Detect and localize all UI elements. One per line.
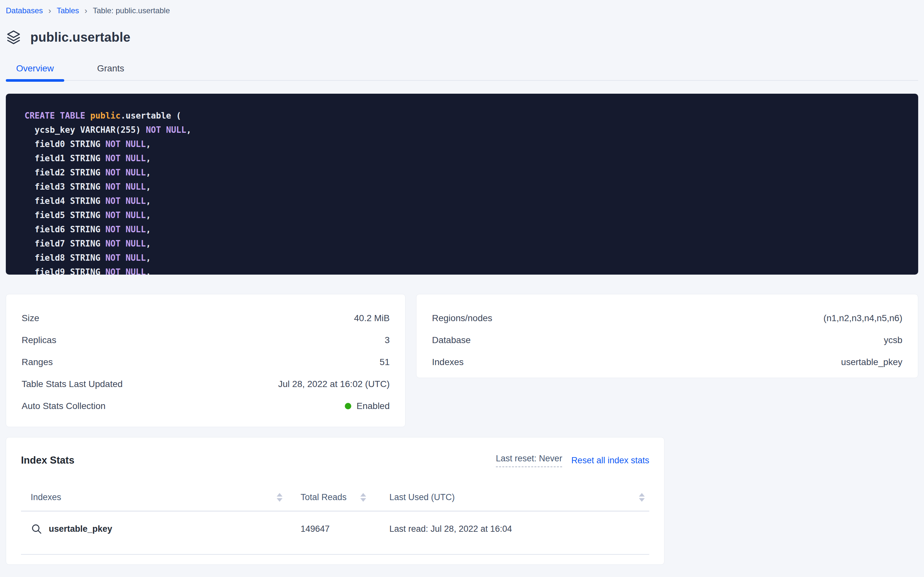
sort-down-icon [639, 498, 645, 502]
sql-token: , [146, 168, 151, 177]
stat-value: (n1,n2,n3,n4,n5,n6) [824, 313, 902, 323]
index-name-cell[interactable]: usertable_pkey [31, 523, 301, 535]
stat-row: Replicas3 [22, 329, 390, 351]
sql-token: NOT NULL [105, 210, 146, 220]
stat-label: Table Stats Last Updated [22, 379, 123, 389]
stat-row: Indexesusertable_pkey [432, 351, 902, 373]
page-title: public.usertable [31, 30, 130, 45]
sql-token: NOT NULL [105, 153, 146, 163]
stat-value: ycsb [884, 335, 902, 345]
sql-token: ycsb_key VARCHAR(255) [24, 125, 146, 135]
overview-stats-rows: Size40.2 MiBReplicas3Ranges51Table Stats… [22, 307, 390, 417]
column-header-indexes[interactable]: Indexes [31, 492, 301, 502]
sort-down-icon [277, 498, 283, 502]
sql-token: , [146, 239, 151, 248]
sql-token: NOT NULL [105, 224, 146, 234]
sql-token: field0 STRING [24, 139, 105, 149]
index-stats-table-body: usertable_pkey149647Last read: Jul 28, 2… [21, 511, 649, 555]
sql-token: field7 STRING [24, 239, 105, 248]
magnifier-icon [31, 523, 42, 535]
sql-token: , [146, 253, 151, 263]
stat-value: 51 [380, 357, 390, 367]
last-reset-label[interactable]: Last reset: Never [496, 454, 562, 467]
sql-token: CREATE TABLE [24, 111, 90, 121]
breadcrumb-separator-icon: › [48, 6, 51, 16]
sql-token: , [146, 153, 151, 163]
sql-token: , [146, 182, 151, 192]
stat-label: Ranges [22, 357, 53, 367]
sort-up-icon [277, 493, 283, 496]
total-reads-value: 149647 [301, 524, 389, 534]
create-statement-sql: CREATE TABLE public.usertable ( ycsb_key… [24, 108, 912, 275]
breadcrumb-current: Table: public.usertable [93, 6, 170, 16]
summary-cards: Size40.2 MiBReplicas3Ranges51Table Stats… [6, 294, 918, 427]
stat-value-text: 40.2 MiB [354, 313, 390, 323]
tab-grants[interactable]: Grants [87, 64, 135, 80]
stat-row: Regions/nodes(n1,n2,n3,n4,n5,n6) [432, 307, 902, 329]
sort-down-icon [360, 498, 366, 502]
sql-token: NOT NULL [105, 239, 146, 248]
index-stats-table-header: IndexesTotal ReadsLast Used (UTC) [21, 482, 649, 511]
stat-value: 3 [384, 335, 390, 345]
column-header-total-reads[interactable]: Total Reads [301, 492, 389, 502]
stat-label: Auto Stats Collection [22, 401, 106, 411]
column-header-label: Total Reads [301, 492, 347, 502]
column-header-label: Indexes [31, 492, 61, 502]
stat-value-text: usertable_pkey [841, 357, 902, 367]
stat-row: Ranges51 [22, 351, 390, 373]
stat-label: Size [22, 313, 39, 323]
overview-stats-card: Size40.2 MiBReplicas3Ranges51Table Stats… [6, 294, 405, 427]
sql-token: , [146, 196, 151, 206]
sql-token: , [146, 210, 151, 220]
index-stats-title: Index Stats [21, 455, 74, 466]
sql-token: .usertable ( [121, 111, 181, 121]
tab-overview[interactable]: Overview [6, 64, 64, 80]
sort-arrows-icon[interactable] [639, 493, 645, 502]
column-header-last-used-utc-[interactable]: Last Used (UTC) [389, 492, 649, 502]
index-stats-controls: Last reset: Never Reset all index stats [496, 454, 649, 467]
stat-row: Size40.2 MiB [22, 307, 390, 329]
reset-index-stats-link[interactable]: Reset all index stats [571, 456, 649, 466]
sql-token: NOT NULL [105, 168, 146, 177]
page-header: public.usertable [6, 28, 918, 46]
stat-label: Database [432, 335, 471, 345]
index-stats-header: Index Stats Last reset: Never Reset all … [21, 454, 649, 467]
stat-label: Indexes [432, 357, 464, 367]
sql-token: , [186, 125, 191, 135]
sql-token: field2 STRING [24, 168, 105, 177]
stat-label: Replicas [22, 335, 56, 345]
sql-token: field5 STRING [24, 210, 105, 220]
sql-token: field4 STRING [24, 196, 105, 206]
stat-value: usertable_pkey [841, 357, 902, 367]
sql-token: field6 STRING [24, 224, 105, 234]
sql-token: NOT NULL [105, 196, 146, 206]
sql-token: , [146, 139, 151, 149]
details-stats-card: Regions/nodes(n1,n2,n3,n4,n5,n6)Database… [416, 294, 918, 378]
status-dot-icon [345, 403, 351, 409]
create-statement-box[interactable]: CREATE TABLE public.usertable ( ycsb_key… [6, 94, 918, 275]
sql-token: , [146, 267, 151, 275]
page: Databases›Tables›Table: public.usertable… [0, 0, 924, 565]
stat-value-text: Jul 28, 2022 at 16:02 (UTC) [278, 379, 390, 389]
sql-token: NOT NULL [105, 267, 146, 275]
sql-token: field1 STRING [24, 153, 105, 163]
index-name: usertable_pkey [49, 524, 112, 534]
stat-label: Regions/nodes [432, 313, 492, 323]
last-used-value: Last read: Jul 28, 2022 at 16:04 [389, 524, 649, 534]
table-row: usertable_pkey149647Last read: Jul 28, 2… [21, 511, 649, 555]
sort-up-icon [360, 493, 366, 496]
breadcrumb-link[interactable]: Databases [6, 6, 43, 16]
sort-arrows-icon[interactable] [277, 493, 283, 502]
tab-bar: OverviewGrants [6, 64, 918, 81]
sql-token: field9 STRING [24, 267, 105, 275]
sort-arrows-icon[interactable] [360, 493, 366, 502]
stat-row: Table Stats Last UpdatedJul 28, 2022 at … [22, 373, 390, 395]
sql-token: field3 STRING [24, 182, 105, 192]
breadcrumb-link[interactable]: Tables [56, 6, 79, 16]
sql-token: NOT NULL [105, 182, 146, 192]
stat-value-text: ycsb [884, 335, 902, 345]
sql-token: public [90, 111, 121, 121]
sql-token: NOT NULL [105, 139, 146, 149]
sort-up-icon [639, 493, 645, 496]
stat-value: Enabled [345, 401, 390, 411]
